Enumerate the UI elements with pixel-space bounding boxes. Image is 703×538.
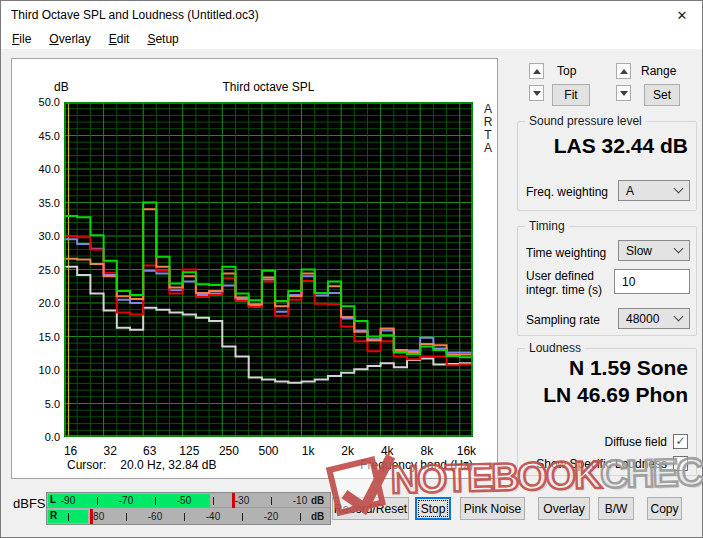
freq-weighting-label: Freq. weighting	[526, 185, 608, 199]
pink-noise-button[interactable]: Pink Noise	[460, 497, 525, 520]
meter-tick	[126, 513, 127, 521]
meter-tick	[213, 497, 214, 505]
record-reset-button[interactable]: Record/Reset	[332, 497, 409, 520]
up-arrow-icon	[620, 69, 628, 74]
y-tick-label: 40.0	[24, 163, 60, 175]
integr-time-label: User defined integr. time (s)	[526, 269, 602, 297]
meter-tick	[68, 513, 69, 521]
time-weighting-value: Slow	[626, 244, 652, 258]
y-tick-label: 35.0	[24, 197, 60, 209]
diffuse-field-row: Diffuse field ✓	[605, 434, 688, 449]
range-label: Range	[641, 64, 676, 78]
dbfs-label: dBFS	[13, 496, 46, 511]
app-window: Third Octave SPL and Loudness (Untitled.…	[0, 0, 703, 538]
meter-tick	[155, 497, 156, 505]
y-tick-label: 25.0	[24, 264, 60, 276]
set-button[interactable]: Set	[644, 84, 680, 106]
time-weighting-dropdown[interactable]: Slow	[618, 240, 690, 261]
arta-vertical-brand: ARTA	[480, 103, 496, 155]
spl-value: LAS 32.44 dB	[554, 134, 688, 158]
sampling-rate-dropdown[interactable]: 48000	[618, 308, 690, 329]
top-label: Top	[557, 64, 576, 78]
y-tick-label: 15.0	[24, 331, 60, 343]
title-bar: Third Octave SPL and Loudness (Untitled.…	[1, 1, 702, 29]
chevron-down-icon	[674, 312, 684, 322]
meter-scale-label: -30	[235, 495, 249, 506]
meter-tick	[242, 513, 243, 521]
meter-scale-label: -40	[206, 511, 220, 522]
meter-tick	[271, 497, 272, 505]
x-tick-label: 250	[209, 444, 249, 458]
spl-groupbox: Sound pressure level LAS 32.44 dB Freq. …	[517, 121, 697, 211]
specific-loudness-label: Show Specific Loudness	[536, 457, 667, 471]
copy-button[interactable]: Copy	[647, 497, 682, 520]
x-tick-label: 2k	[328, 444, 368, 458]
menu-item-file[interactable]: File	[3, 30, 40, 48]
y-tick-label: 10.0	[24, 364, 60, 376]
meter-tick	[184, 513, 185, 521]
timing-groupbox: Timing Time weighting Slow User defined …	[517, 226, 697, 336]
x-tick-label: 125	[169, 444, 209, 458]
meter-scale-label: -50	[177, 495, 191, 506]
meter-tick	[300, 513, 301, 521]
meter-scale-label: -90	[61, 495, 75, 506]
fit-button[interactable]: Fit	[552, 84, 590, 106]
meter-scale-label: -60	[148, 511, 162, 522]
meter-row-r: R-80-60-40-20dB	[47, 509, 330, 524]
sampling-rate-value: 48000	[626, 312, 659, 326]
y-tick-label: 5.0	[24, 398, 60, 410]
close-button[interactable]: ✕	[662, 1, 702, 29]
specific-loudness-checkbox[interactable]	[673, 456, 688, 471]
x-tick-label: 16	[51, 444, 91, 458]
sampling-rate-label: Sampling rate	[526, 313, 600, 327]
loudness-groupbox: Loudness N 1.59 Sone LN 46.69 Phon Diffu…	[517, 348, 697, 476]
timing-group-title: Timing	[525, 219, 569, 233]
down-arrow-icon	[533, 91, 541, 96]
meter-channel-label: L	[50, 494, 56, 505]
diffuse-field-checkbox[interactable]: ✓	[673, 434, 688, 449]
meter-unit-label: dB	[311, 511, 324, 522]
top-spinner-down-button[interactable]	[529, 85, 544, 101]
loudness-group-title: Loudness	[525, 341, 585, 355]
x-tick-label: 32	[90, 444, 130, 458]
x-axis-label: Frequency band (Hz)	[64, 458, 473, 472]
freq-weighting-dropdown[interactable]: A	[618, 180, 690, 201]
meter-unit-label: dB	[311, 495, 324, 506]
down-arrow-icon	[620, 91, 628, 96]
x-tick-label: 500	[249, 444, 289, 458]
chevron-down-icon	[674, 244, 684, 254]
close-icon: ✕	[677, 8, 688, 23]
spl-group-title: Sound pressure level	[525, 114, 646, 128]
menu-item-edit[interactable]: Edit	[100, 30, 139, 48]
b-w-button[interactable]: B/W	[598, 497, 634, 520]
overlay-button[interactable]: Overlay	[538, 497, 590, 520]
range-spinner-up-button[interactable]	[616, 63, 631, 79]
meter-row-l: L-90-70-50-30-10dB	[47, 493, 330, 508]
loudness-phon-value: LN 46.69 Phon	[543, 383, 688, 407]
range-spinner-down-button[interactable]	[616, 85, 631, 101]
y-tick-label: 45.0	[24, 130, 60, 142]
meter-channel-label: R	[50, 510, 57, 521]
x-tick-label: 8k	[407, 444, 447, 458]
menu-item-overlay[interactable]: Overlay	[40, 30, 99, 48]
freq-weighting-value: A	[626, 184, 634, 198]
meter-tick	[97, 497, 98, 505]
specific-loudness-row: Show Specific Loudness	[536, 456, 688, 471]
y-tick-label: 30.0	[24, 230, 60, 242]
stop-button[interactable]: Stop	[415, 497, 451, 520]
y-tick-label: 50.0	[24, 96, 60, 108]
x-tick-label: 1k	[288, 444, 328, 458]
spectrum-plot	[64, 102, 473, 437]
diffuse-field-label: Diffuse field	[605, 435, 667, 449]
meter-scale-label: -80	[90, 511, 104, 522]
chevron-down-icon	[674, 184, 684, 194]
window-title: Third Octave SPL and Loudness (Untitled.…	[1, 8, 662, 22]
y-tick-label: 20.0	[24, 297, 60, 309]
x-tick-label: 16k	[446, 444, 486, 458]
meter-scale-label: -10	[293, 495, 307, 506]
integr-time-input[interactable]: 10	[614, 269, 690, 294]
menu-item-setup[interactable]: Setup	[138, 30, 187, 48]
x-tick-label: 63	[130, 444, 170, 458]
top-spinner-up-button[interactable]	[529, 63, 544, 79]
y-tick-label: 0.0	[24, 431, 60, 443]
